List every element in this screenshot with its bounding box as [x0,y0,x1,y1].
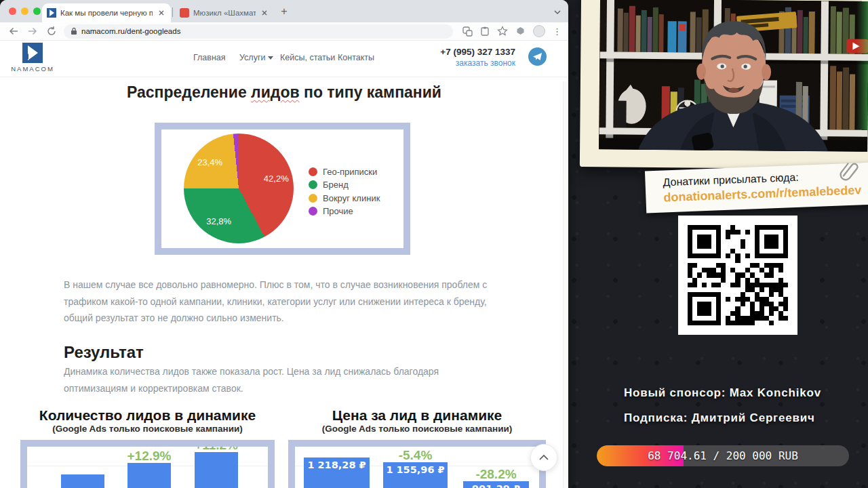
legend-item: Гео-приписки [309,167,377,177]
webcam-video [599,0,868,152]
chevron-down-icon [268,56,273,60]
window-zoom-button[interactable] [33,7,41,15]
extensions-pin-icon[interactable] [515,26,526,37]
qr-code [678,216,797,335]
nav-home[interactable]: Главная [193,53,226,62]
legend-dot-icon [309,167,317,176]
legend-label: Прочие [323,206,353,216]
tab-close-icon[interactable] [260,8,269,18]
address-bar[interactable]: namacom.ru/dent-googleads [64,24,453,39]
left-chart-subtitle: (Google Ads только поисковые кампании) [20,424,275,434]
browser-toolbar: namacom.ru/dent-googleads ⋮ [0,22,568,41]
bar [195,452,238,488]
bar-delta-label: +12.9% [115,449,183,462]
legend-dot-icon [309,180,317,189]
tab-close-icon[interactable] [157,8,166,18]
https-lock-icon [71,27,77,35]
window-close-button[interactable] [9,7,16,15]
legend-item: Вокруг клиник [309,193,380,203]
result-heading: Результат [64,343,144,362]
pie-slice-label: 32,8% [201,216,237,226]
nav-services[interactable]: Услуги [239,53,273,62]
paragraph-result: Динамика количества лидов также показала… [64,363,505,396]
cpl-bar-chart: 1 218,28 ₽-5.4%1 155,96 ₽-28.2%901,29 ₽ [288,440,546,488]
pie-chart-heading: Распределение лидов по типу кампаний [94,83,474,102]
progress-text: 68 704.61 / 200 000 RUB [597,445,849,466]
tab-title: Как мы провели черную пятн [60,9,153,17]
pie-slice-label: 23,4% [193,157,228,167]
paragraph-distribution: В нашем случае все довольно равномерно. … [64,277,505,327]
qr-pattern [688,225,788,325]
pie-slice-label: 42,2% [258,174,294,184]
site-header: NAMACOM Главная Услуги Кейсы, статьи Кон… [0,41,568,77]
translate-icon[interactable] [462,26,473,37]
legend-dot-icon [309,194,317,203]
bar [61,474,104,488]
tab-inactive[interactable]: Мюзикл «Шахматы» в МДМ [175,3,274,22]
bar-delta-label: -28.2% [451,468,541,481]
menu-kebab-icon[interactable]: ⋮ [553,26,561,37]
phone-number: +7 (995) 327 1337 [434,47,515,57]
page-content: NAMACOM Главная Услуги Кейсы, статьи Кон… [0,41,568,488]
bar [127,463,171,488]
left-chart-title: Количество лидов в динамике [20,407,275,424]
tab-favicon [180,8,189,18]
telegram-plane-icon [532,52,542,61]
donation-progress-bar: 68 704.61 / 200 000 RUB [597,445,849,466]
tab-scroll-chevron-icon[interactable] [553,7,561,19]
back-button[interactable] [8,26,19,37]
donation-note: Донатики присылать сюда: donationalerts.… [645,163,868,214]
url-text: namacom.ru/dent-googleads [81,27,180,35]
legend-item: Прочие [309,206,353,216]
window-minimize-button[interactable] [21,7,28,15]
scrollbar[interactable] [563,81,568,488]
legend-label: Вокруг клиник [323,193,380,203]
namacom-logo-text[interactable]: NAMACOM [3,65,62,73]
nav-cases[interactable]: Кейсы, статьи [280,53,335,62]
pie-chart [184,134,294,243]
leads-bar-chart: +12.9%+11.2% [20,440,275,488]
reading-list-icon[interactable] [480,26,490,37]
namacom-logo-icon[interactable] [22,43,43,63]
bar-value-label: 901,29 ₽ [463,483,529,488]
tab-separator [172,7,173,17]
telegram-button[interactable] [528,47,547,66]
forward-button[interactable] [27,26,38,37]
webcam-frame [580,0,868,169]
bar-delta-label: +11.2% [182,440,250,451]
bar-value-label: 1 155,96 ₽ [383,464,448,475]
callback-link[interactable]: заказать звонок [434,58,515,68]
bookmark-star-icon[interactable] [497,26,508,37]
legend-label: Бренд [323,180,349,190]
profile-avatar[interactable] [533,25,545,37]
legend-dot-icon [309,207,317,216]
bar-delta-label: -5.4% [371,449,460,462]
tab-title: Мюзикл «Шахматы» в МДМ [193,9,256,17]
legend-item: Бренд [309,180,349,190]
reload-button[interactable] [46,26,57,37]
chevron-up-icon [538,454,549,461]
right-chart-title: Цена за лид в динамике [288,407,546,424]
tab-favicon [47,8,56,18]
legend-label: Гео-приписки [323,167,377,177]
nav-contacts[interactable]: Контакты [338,53,374,62]
new-tab-button[interactable]: + [278,5,290,18]
browser-window: Как мы провели черную пятн Мюзикл «Шахма… [0,0,568,488]
tab-strip: Как мы провели черную пятн Мюзикл «Шахма… [0,0,568,22]
subscription-line: Подписка: Дмитрий Сергеевич [624,411,815,425]
tab-active[interactable]: Как мы провели черную пятн [42,3,171,22]
right-chart-subtitle: (Google Ads только поисковые кампании) [288,424,546,434]
streamer-scene [599,0,868,152]
scroll-to-top-button[interactable] [530,444,557,471]
sponsor-line: Новый спонсор: Max Konchikov [624,386,821,400]
bar-value-label: 1 218,28 ₽ [304,460,370,470]
